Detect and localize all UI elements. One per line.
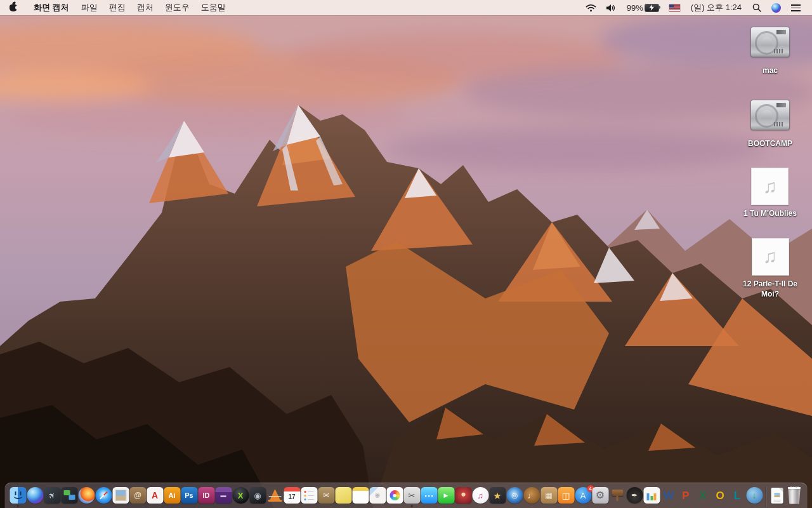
keynote-podium-icon [609, 487, 625, 504]
ms-word-dock-icon[interactable]: W [660, 483, 678, 508]
imovie-dock-icon[interactable]: ★ [489, 483, 506, 508]
battery-charging-icon [645, 4, 659, 12]
bulletin-board-glyph: ▦ [545, 491, 552, 499]
audio-file-1-tu-moublies[interactable]: ♫1 Tu M'Oublies [743, 168, 797, 218]
numbers-chart-dock-icon[interactable] [643, 483, 660, 508]
mail-archive-box-dock-icon[interactable]: ✉ [318, 483, 335, 508]
calendar-icon: 17 [284, 487, 300, 504]
firefox-icon [78, 487, 95, 504]
itunes-dock-icon[interactable]: ♫ [472, 483, 489, 508]
mail-archive-box-glyph: ✉ [323, 491, 329, 499]
garageband-dock-icon[interactable]: ♩ [523, 483, 540, 508]
menu-item-2[interactable]: 편집 [103, 2, 131, 13]
photoshop-dock-icon[interactable]: Ps [181, 483, 198, 508]
keynote-podium-dock-icon[interactable] [609, 483, 626, 508]
wifi-menu-extra[interactable] [580, 0, 601, 15]
menu-item-4[interactable]: 윈도우 [159, 2, 195, 13]
numbers-chart-icon [643, 487, 660, 504]
screen-capture-dock-icon[interactable]: ✂ [403, 483, 421, 508]
menu-list: 파일편집캡처윈도우도움말 [75, 0, 232, 15]
ms-lync-glyph: L [734, 490, 740, 501]
indesign-dock-icon[interactable]: ID [198, 483, 215, 508]
reminders-icon [301, 487, 317, 504]
photos-dock-icon[interactable] [386, 483, 403, 508]
ms-outlook-glyph: O [716, 490, 724, 501]
toast-burner-glyph: ▬ [221, 493, 226, 498]
notes-dock-icon[interactable] [352, 483, 369, 508]
active-app-menu[interactable]: 화면 캡처 [27, 2, 75, 13]
disk-tool-icon: ◉ [249, 487, 266, 504]
search-icon [752, 3, 761, 12]
vlc-dock-icon[interactable] [266, 483, 284, 508]
menu-item-5[interactable]: 도움말 [195, 2, 232, 13]
notification-center-menu-extra[interactable] [786, 0, 806, 15]
documents-seal-icon: ◉ [369, 487, 386, 504]
audio-file-12-parle-t-il-de-moi[interactable]: ♫12 Parle-T-Il De Moi? [739, 238, 801, 299]
desktop-icon-label: mac [763, 65, 778, 76]
sierra-wallpaper [0, 0, 812, 508]
spotlight-menu-extra[interactable] [747, 0, 766, 15]
x-converter-dock-icon[interactable]: X [232, 483, 249, 508]
ms-powerpoint-dock-icon[interactable]: P [678, 483, 695, 508]
safari-dock-icon[interactable] [95, 483, 112, 508]
minimized-document-dock-icon[interactable] [769, 483, 786, 508]
menu-item-1[interactable]: 파일 [75, 2, 103, 13]
photo-booth-dock-icon[interactable] [455, 483, 472, 508]
ibooks-dock-icon[interactable]: ◫ [558, 483, 575, 508]
download-manager-dock-icon[interactable]: ↓ [746, 483, 763, 508]
calendar-dock-icon[interactable]: 17 [284, 483, 301, 508]
us-flag-icon [669, 4, 680, 11]
preview-dock-icon[interactable] [112, 483, 129, 508]
ms-word-icon: W [660, 487, 677, 504]
volume-bootcamp[interactable]: BOOTCAMP [748, 95, 792, 149]
disk-tool-dock-icon[interactable]: ◉ [249, 483, 266, 508]
facetime-dock-icon[interactable]: ▶ [438, 483, 455, 508]
hard-drive-icon [750, 27, 790, 57]
desktop-icon-label: 1 Tu M'Oublies [743, 208, 797, 218]
acrobat-reader-icon: A [147, 487, 163, 504]
menu-item-3[interactable]: 캡처 [131, 2, 159, 13]
system-preferences-glyph: ⚙ [596, 490, 605, 500]
desktop-icon-column: macBOOTCAMP♫1 Tu M'Oublies♫12 Parle-T-Il… [738, 22, 802, 318]
contacts-dock-icon[interactable]: @ [129, 483, 147, 508]
dock: ✈@AAiPsID▬X◉17✉◉✂⋯▶♫★◎♩▦◫A4⚙✒WPXOL↓ [5, 483, 808, 508]
battery-menu-extra[interactable]: 99% [622, 0, 664, 15]
ms-excel-dock-icon[interactable]: X [695, 483, 712, 508]
launchpad-dock-icon[interactable]: ✈ [44, 483, 61, 508]
dvd-player-dock-icon[interactable]: ◎ [506, 483, 523, 508]
notes-icon [352, 487, 369, 504]
menu-bar-clock[interactable]: (일) 오후 1:24 [685, 2, 747, 13]
acrobat-reader-dock-icon[interactable]: A [147, 483, 164, 508]
launchpad-icon: ✈ [44, 487, 60, 504]
input-source-menu-extra[interactable] [664, 0, 685, 15]
messages-icon: ⋯ [421, 487, 437, 504]
ms-outlook-dock-icon[interactable]: O [712, 483, 729, 508]
illustrator-dock-icon[interactable]: Ai [164, 483, 181, 508]
contacts-glyph: @ [134, 491, 141, 499]
disk-tool-glyph: ◉ [254, 491, 261, 500]
siri-menu-extra[interactable] [766, 0, 786, 15]
ms-excel-glyph: X [699, 490, 706, 501]
trash-icon [788, 487, 801, 504]
finder-dock-icon[interactable] [10, 483, 27, 508]
messages-dock-icon[interactable]: ⋯ [421, 483, 438, 508]
ms-lync-dock-icon[interactable]: L [729, 483, 746, 508]
toast-burner-dock-icon[interactable]: ▬ [215, 483, 232, 508]
volume-mac[interactable]: mac [750, 22, 790, 76]
mission-control-dock-icon[interactable] [61, 483, 78, 508]
bulletin-board-dock-icon[interactable]: ▦ [540, 483, 558, 508]
stickies-dock-icon[interactable] [335, 483, 352, 508]
volume-menu-extra[interactable] [601, 0, 622, 15]
hard-drive-icon [750, 100, 790, 130]
app-store-dock-icon[interactable]: A4 [575, 483, 592, 508]
system-preferences-dock-icon[interactable]: ⚙ [592, 483, 609, 508]
documents-seal-dock-icon[interactable]: ◉ [369, 483, 386, 508]
trash-dock-icon[interactable] [786, 483, 803, 508]
stickies-icon [335, 487, 351, 504]
reminders-dock-icon[interactable] [301, 483, 318, 508]
apple-menu[interactable] [0, 0, 27, 15]
siri-dock-icon[interactable] [27, 483, 44, 508]
pages-inkwell-dock-icon[interactable]: ✒ [626, 483, 643, 508]
desktop[interactable]: 화면 캡처 파일편집캡처윈도우도움말 99% [0, 0, 812, 508]
firefox-dock-icon[interactable] [78, 483, 95, 508]
